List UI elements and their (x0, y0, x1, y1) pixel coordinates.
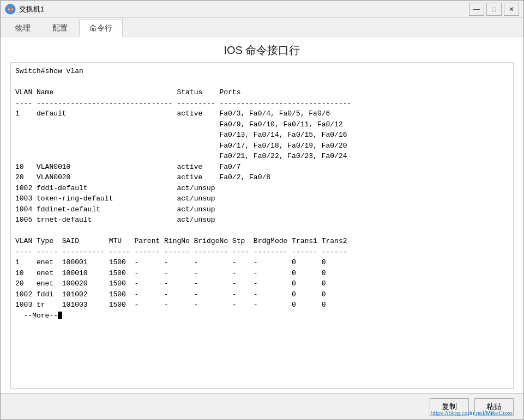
svg-point-1 (9, 8, 12, 11)
main-content: IOS 命令接口行 Switch#show vlan VLAN Name Sta… (1, 36, 523, 419)
terminal-text: Switch#show vlan VLAN Name Status Ports … (15, 66, 509, 321)
main-window: 交换机1 — □ ✕ 物理 配置 命令行 IOS 命令接口行 Switch#sh… (0, 0, 524, 420)
footer-link: https://blog.csdn.net/MikeCoxe (431, 410, 513, 416)
app-icon (5, 4, 16, 15)
tab-bar: 物理 配置 命令行 (1, 18, 523, 36)
tab-config[interactable]: 配置 (42, 20, 78, 36)
tab-cli[interactable]: 命令行 (79, 20, 123, 36)
terminal-wrapper: Switch#show vlan VLAN Name Status Ports … (10, 62, 514, 389)
minimize-button[interactable]: — (469, 3, 484, 16)
window-title: 交换机1 (19, 4, 469, 14)
window-controls: — □ ✕ (469, 3, 519, 16)
title-bar: 交换机1 — □ ✕ (1, 1, 523, 18)
close-button[interactable]: ✕ (504, 3, 519, 16)
cursor (58, 312, 62, 319)
maximize-button[interactable]: □ (486, 3, 502, 16)
page-title: IOS 命令接口行 (1, 36, 523, 62)
tab-physical[interactable]: 物理 (5, 20, 41, 36)
terminal-output[interactable]: Switch#show vlan VLAN Name Status Ports … (11, 63, 513, 388)
